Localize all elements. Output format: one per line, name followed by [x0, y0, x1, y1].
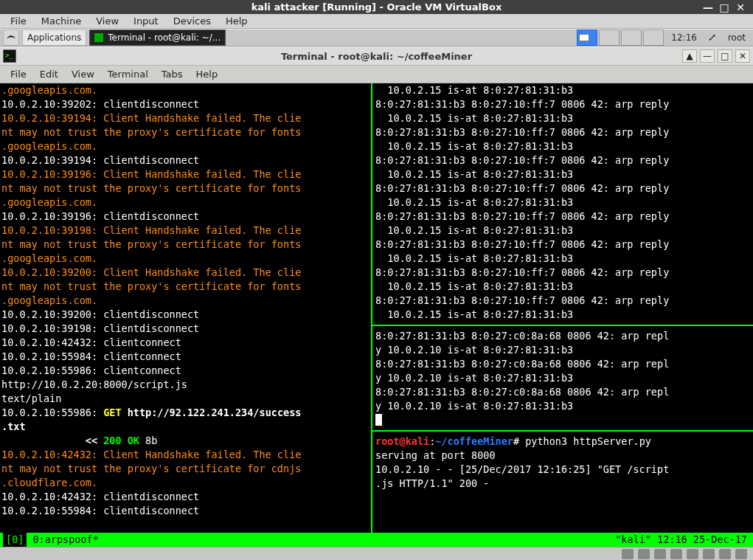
- taskbar-item-label: Terminal - root@kali: ~/...: [108, 32, 221, 43]
- shared-folder-icon[interactable]: [687, 549, 698, 559]
- shade-button[interactable]: ▲: [682, 49, 697, 63]
- vbox-menubar: File Machine View Input Devices Help: [0, 14, 753, 29]
- brush-icon[interactable]: [704, 32, 721, 44]
- display-icon[interactable]: [703, 549, 715, 559]
- tmux-split-divider-1[interactable]: [372, 325, 753, 326]
- vbox-titlebar[interactable]: kali attacker [Running] - Oracle VM Virt…: [0, 0, 753, 14]
- hdd-icon[interactable]: [622, 549, 634, 559]
- tmux-split-divider-2[interactable]: [372, 430, 753, 432]
- term-menu-terminal[interactable]: Terminal: [102, 67, 154, 81]
- tmux-session: [0]: [3, 533, 27, 547]
- workspace-switcher[interactable]: [577, 30, 664, 46]
- terminal-title: Terminal - root@kali: ~/coffeeMiner: [281, 51, 472, 62]
- terminal-titlebar[interactable]: >_ Terminal - root@kali: ~/coffeeMiner ▲…: [0, 46, 753, 66]
- optical-icon[interactable]: [638, 549, 650, 559]
- vbox-menu-devices[interactable]: Devices: [167, 14, 217, 28]
- tmux-pane-right-middle[interactable]: 8:0:27:81:31:b3 8:0:27:c0:8a:68 0806 42:…: [372, 329, 753, 427]
- terminal-cursor: [375, 414, 382, 426]
- applications-label: Applications: [27, 32, 81, 43]
- terminal-window: >_ Terminal - root@kali: ~/coffeeMiner ▲…: [0, 46, 753, 547]
- mouse-integration-icon[interactable]: [735, 549, 747, 559]
- terminal-menubar: File Edit View Terminal Tabs Help: [0, 66, 753, 83]
- tmux-pane-left[interactable]: .googleapis.com. 10.0.2.10:39202: client…: [0, 83, 371, 533]
- network-icon[interactable]: [654, 549, 666, 559]
- vbox-menu-help[interactable]: Help: [220, 14, 254, 28]
- minimize-button-inner[interactable]: —: [700, 49, 715, 63]
- workspace-3[interactable]: [621, 30, 642, 46]
- term-menu-edit[interactable]: Edit: [34, 67, 64, 81]
- terminal-icon: >_: [3, 49, 16, 63]
- virtualbox-window: kali attacker [Running] - Oracle VM Virt…: [0, 0, 753, 560]
- vbox-menu-view[interactable]: View: [90, 14, 125, 28]
- terminal-task-icon: [94, 33, 103, 42]
- workspace-2[interactable]: [599, 30, 620, 46]
- tmux-status-bar: [0] 0:arpspoof* "kali" 12:16 25-Dec-17: [0, 533, 753, 547]
- terminal-body[interactable]: .googleapis.com. 10.0.2.10:39202: client…: [0, 83, 753, 547]
- workspace-4[interactable]: [643, 30, 664, 46]
- tmux-time: 12:16 25-Dec-17: [651, 533, 747, 545]
- workspace-1[interactable]: [577, 30, 597, 46]
- close-button-inner[interactable]: ✕: [735, 49, 750, 63]
- panel-clock: 12:16: [667, 32, 701, 43]
- vbox-menu-file[interactable]: File: [4, 14, 32, 28]
- tmux-pane-right-bottom[interactable]: root@kali:~/coffeeMiner# python3 httpSer…: [372, 435, 753, 533]
- term-menu-file[interactable]: File: [4, 67, 32, 81]
- vbox-title: kali attacker [Running] - Oracle VM Virt…: [251, 1, 502, 13]
- applications-menu[interactable]: Applications: [22, 30, 86, 46]
- term-menu-view[interactable]: View: [66, 67, 100, 81]
- term-menu-tabs[interactable]: Tabs: [156, 67, 189, 81]
- vbox-status-bar: [0, 547, 753, 560]
- vbox-menu-input[interactable]: Input: [128, 14, 164, 28]
- panel-user[interactable]: root: [723, 32, 750, 43]
- taskbar-item-terminal[interactable]: Terminal - root@kali: ~/...: [89, 30, 226, 46]
- tmux-host: "kali": [615, 533, 651, 545]
- kali-logo-icon[interactable]: [3, 30, 19, 46]
- tmux-pane-right-top[interactable]: 10.0.2.15 is-at 8:0:27:81:31:b3 8:0:27:8…: [372, 83, 753, 322]
- maximize-button[interactable]: □: [718, 1, 731, 14]
- term-menu-help[interactable]: Help: [190, 67, 224, 81]
- kali-panel: Applications Terminal - root@kali: ~/...…: [0, 29, 753, 46]
- vbox-menu-machine[interactable]: Machine: [35, 14, 87, 28]
- usb-icon[interactable]: [670, 549, 682, 559]
- close-button[interactable]: ✕: [734, 1, 747, 14]
- tmux-window: 0:arpspoof*: [27, 533, 104, 547]
- minimize-button[interactable]: —: [701, 1, 715, 14]
- tmux-pane-right-container: 10.0.2.15 is-at 8:0:27:81:31:b3 8:0:27:8…: [371, 83, 753, 533]
- maximize-button-inner[interactable]: □: [718, 49, 732, 63]
- recording-icon[interactable]: [719, 549, 731, 559]
